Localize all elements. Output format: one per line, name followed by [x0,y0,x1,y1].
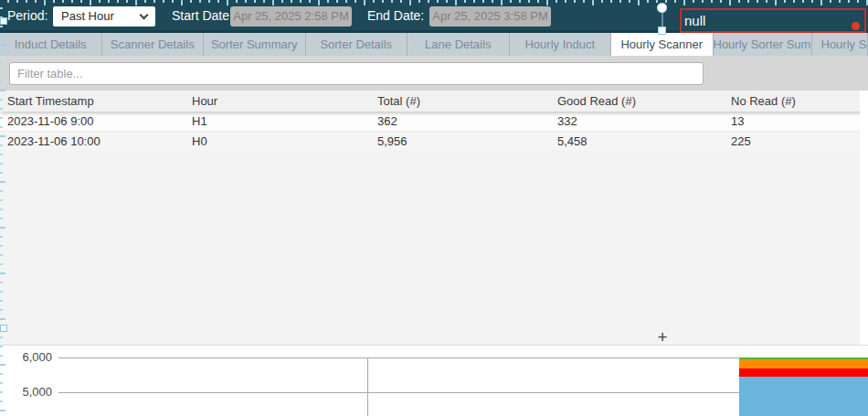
y-tick-label: 6,000 [5,350,52,364]
y-gridline [58,357,868,358]
tab-hourly-scanner[interactable]: Hourly Scanner [611,33,714,56]
period-label: Period: [7,8,48,23]
table-cell: H1 [192,114,377,128]
end-date-label: End Date: [367,8,424,23]
table-row[interactable]: 2023-11-06 9:00H136233213 [0,112,868,132]
tab-scanner-details[interactable]: Scanner Details [102,33,205,56]
table-empty-area [0,150,868,346]
top-ruler [0,0,868,5]
filter-table-input[interactable] [9,62,704,85]
tab-sorter-summary[interactable]: Sorter Summary [204,33,306,56]
table-cell: 2023-11-06 9:00 [7,114,192,128]
tab-lane-details[interactable]: Lane Details [408,33,510,56]
column-header[interactable]: Total (#) [377,94,557,108]
left-ruler [0,0,5,416]
annotation-null-box: null [680,8,866,33]
stacked-bar-segment [739,357,868,359]
table-scrollbar-track[interactable] [860,91,868,345]
tab-bar: Induct DetailsScanner DetailsSorter Summ… [0,33,868,56]
stacked-bar-segment [739,359,868,368]
column-header[interactable]: Start Timestamp [7,94,192,108]
table-row[interactable]: 2023-11-06 10:00H05,9565,458225 [0,132,868,150]
tab-hourly-sorter-summar[interactable]: Hourly Sorter Summar [714,33,812,56]
table-cell: 332 [557,114,731,128]
left-edge-handle-bottom[interactable] [0,325,7,332]
tab-sorter-details[interactable]: Sorter Details [306,33,408,56]
table-cell: 362 [377,114,557,128]
x-gridline [367,357,368,416]
selection-handle-square[interactable] [658,27,666,35]
column-header[interactable]: Hour [192,94,377,108]
period-select-value: Past Hour [61,9,114,23]
end-date-input: Apr 25, 2025 3:58 PM [429,6,551,27]
tab-induct-details[interactable]: Induct Details [0,33,102,56]
tab-hourly-sort[interactable]: Hourly Sort [812,33,868,56]
period-select[interactable]: Past Hour [53,6,155,27]
filter-bar [0,56,868,91]
table-cell: 5,956 [377,134,557,148]
table-cell: 2023-11-06 10:00 [7,134,192,148]
column-header[interactable]: No Read (#) [731,94,868,108]
stacked-bar-segment [739,377,868,416]
add-button[interactable]: + [652,327,672,347]
column-header[interactable]: Good Read (#) [557,94,731,108]
stacked-bar-segment [739,368,868,377]
table-cell: H0 [192,134,377,148]
table-cell: 5,458 [557,134,731,148]
table-cell: 225 [731,134,868,148]
selection-handle-circle[interactable] [658,4,666,12]
start-date-input: Apr 25, 2025 2:58 PM [230,6,352,27]
table-header-row: Start TimestampHourTotal (#)Good Read (#… [0,91,868,112]
tab-hourly-induct[interactable]: Hourly Induct [510,33,612,56]
y-gridline [58,392,868,393]
record-dot-icon [852,22,860,30]
chevron-down-icon [140,11,149,20]
y-tick-label: 5,000 [5,385,52,399]
table-cell: 13 [731,114,868,128]
left-edge-handle-top[interactable] [0,17,7,25]
start-date-label: Start Date: [172,8,233,23]
